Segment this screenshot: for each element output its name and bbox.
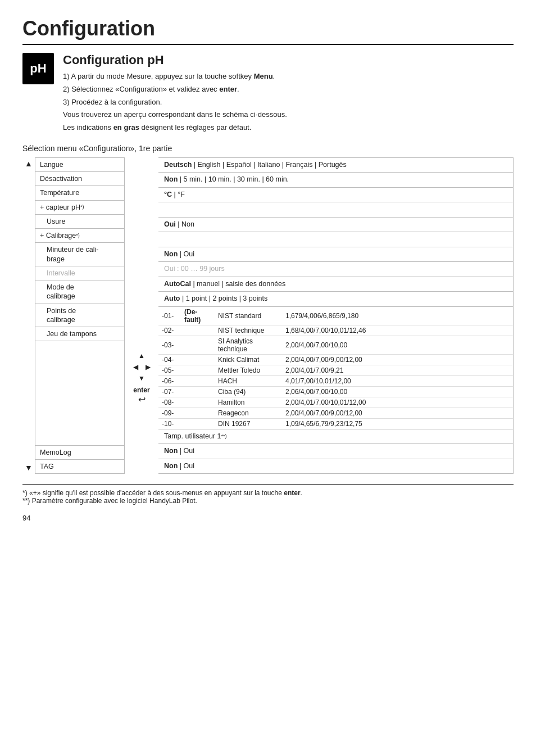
- menu-item-memolog[interactable]: MemoLog: [35, 446, 124, 460]
- buffer-row-09: -09- Reagecon 2,00/4,00/7,00/9,00/12,00: [158, 408, 513, 418]
- footnote-1: *) «+» signifie qu'il est possible d'acc…: [22, 489, 514, 497]
- menu-item-points-calibrage[interactable]: Points decalibrage: [35, 304, 124, 328]
- footnote-2: **) Paramètre configurable avec le logic…: [22, 497, 514, 505]
- value-mode-calibrage: AutoCal | manuel | saisie des données: [158, 277, 513, 292]
- value-desactivation: Non | 5 min. | 10 min. | 30 min. | 60 mi…: [158, 173, 513, 188]
- selection-title: Sélection menu «Configuration», 1re part…: [22, 144, 514, 153]
- outer-nav-arrows: ▲ ▼: [22, 157, 35, 474]
- value-langue: Deutsch | English | Español | Italiano |…: [158, 158, 513, 173]
- down-arrow-button[interactable]: ▼: [136, 373, 147, 384]
- buffer-row-08: -08- Hamilton 2,00/4,01/7,00/10,01/12,00: [158, 397, 513, 408]
- buffer-row-10: -10- DIN 19267 1,09/4,65/6,79/9,23/12,75: [158, 418, 513, 429]
- buffer-row-02: -02- NIST technique 1,68/4,00/7,00/10,01…: [158, 325, 513, 336]
- right-arrow-button[interactable]: ▶: [142, 361, 153, 373]
- value-points-calibrage: Auto | 1 point | 2 points | 3 points: [158, 292, 513, 307]
- menu-item-empty1: [35, 341, 124, 446]
- values-panel: Deutsch | English | Español | Italiano |…: [158, 157, 514, 474]
- ph-icon-box: pH: [22, 53, 54, 84]
- enter-label: enter: [133, 386, 149, 394]
- menu-item-langue[interactable]: Langue: [35, 158, 124, 172]
- instruction-1: 1) A partir du mode Mesure, appuyez sur …: [63, 71, 514, 83]
- enter-arrow-icon[interactable]: ↩: [138, 394, 146, 405]
- menu-item-tag[interactable]: TAG: [35, 460, 124, 473]
- center-nav: ▲ ◀ ▶ ▼ enter ↩: [125, 157, 158, 474]
- value-intervalle: Oui : 00 … 99 jours: [158, 262, 513, 277]
- buffer-row-07: -07- Ciba (94) 2,06/4,00/7,00/10,00: [158, 386, 513, 397]
- buffer-row-03: -03- SI Analyticstechnique 2,00/4,00/7,0…: [158, 336, 513, 354]
- buffer-row-05: -05- Mettler Toledo 2,00/4,01/7,00/9,21: [158, 365, 513, 375]
- instruction-4: Vous trouverez un aperçu correspondant d…: [63, 109, 514, 121]
- instruction-3: 3) Procédez à la configuration.: [63, 97, 514, 108]
- buffer-table-section: -01- (De-fault) NIST standard 1,679/4,00…: [158, 307, 513, 429]
- value-usure: Oui | Non: [158, 218, 513, 233]
- value-calibrage-empty: [158, 232, 513, 247]
- page-number: 94: [22, 514, 514, 522]
- value-minuteur: Non | Oui: [158, 247, 513, 262]
- page-title: Configuration: [22, 17, 514, 40]
- outer-up-arrow[interactable]: ▲: [25, 160, 33, 168]
- menu-item-jeu-tampons[interactable]: Jeu de tampons: [35, 327, 124, 341]
- value-temperature: °C | °F: [158, 188, 513, 203]
- menu-item-minuteur[interactable]: Minuteur de cali-brage: [35, 243, 124, 266]
- instruction-2: 2) Sélectionnez «Configuration» et valid…: [63, 84, 514, 96]
- section-heading: Configuration pH: [63, 53, 514, 67]
- menu-item-capteur-ph[interactable]: + capteur pH*): [35, 201, 124, 215]
- menu-item-usure[interactable]: Usure: [35, 215, 124, 229]
- value-tamp-utilisateur-label: Tamp. utilisateur 1**): [158, 429, 513, 445]
- buffer-row-01: -01- (De-fault) NIST standard 1,679/4,00…: [158, 307, 513, 325]
- up-arrow-button[interactable]: ▲: [136, 350, 147, 361]
- ph-section: pH Configuration pH 1) A partir du mode …: [22, 53, 514, 135]
- buffer-row-06: -06- HACH 4,01/7,00/10,01/12,00: [158, 375, 513, 386]
- value-capteur-ph-empty: [158, 202, 513, 218]
- value-memolog: Non | Oui: [158, 444, 513, 459]
- footnotes: *) «+» signifie qu'il est possible d'acc…: [22, 484, 514, 505]
- menu-item-calibrage[interactable]: + Calibrage*): [35, 229, 124, 243]
- buffer-table: -01- (De-fault) NIST standard 1,679/4,00…: [158, 307, 513, 429]
- menu-item-intervalle[interactable]: Intervalle: [35, 266, 124, 280]
- ph-description: Configuration pH 1) A partir du mode Mes…: [63, 53, 514, 135]
- outer-down-arrow[interactable]: ▼: [25, 464, 33, 472]
- menu-item-desactivation[interactable]: Désactivation: [35, 172, 124, 186]
- diagram-wrapper: ▲ ▼ Langue Désactivation Température + c…: [22, 157, 514, 474]
- buffer-row-04: -04- Knick Calimat 2,00/4,00/7,00/9,00/1…: [158, 354, 513, 365]
- instruction-5: Les indications en gras désignent les ré…: [63, 122, 514, 134]
- menu-items-panel: Langue Désactivation Température + capte…: [35, 157, 125, 474]
- left-arrow-button[interactable]: ◀: [130, 361, 141, 373]
- menu-item-temperature[interactable]: Température: [35, 186, 124, 200]
- title-divider: [22, 44, 514, 45]
- menu-item-mode-calibrage[interactable]: Mode decalibrage: [35, 280, 124, 304]
- value-tag: Non | Oui: [158, 459, 513, 474]
